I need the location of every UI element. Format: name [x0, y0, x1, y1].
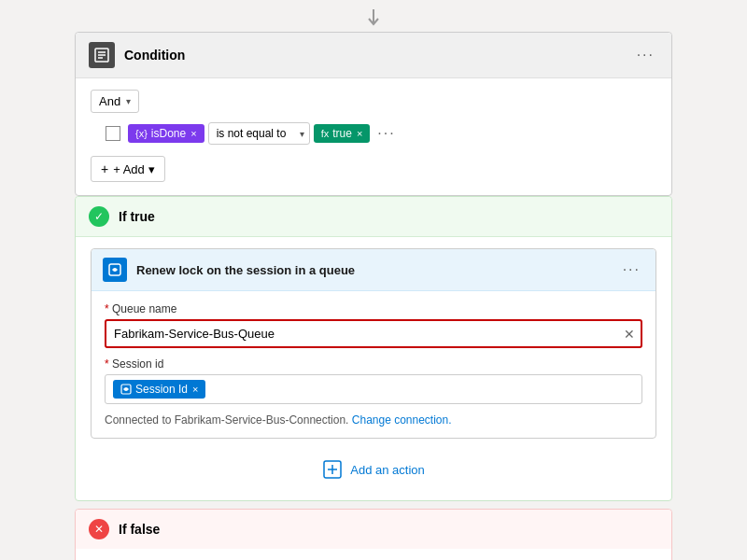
condition-icon — [89, 42, 115, 68]
plus-icon: + — [101, 161, 108, 176]
add-action-button-true[interactable]: Add an action — [91, 450, 656, 489]
condition-card: Condition ··· And ▾ {x} isDone × — [75, 32, 672, 196]
if-false-header: ✕ If false — [76, 510, 671, 549]
add-button[interactable]: + + Add ▾ — [91, 156, 165, 182]
condition-body: And ▾ {x} isDone × is not equal to is eq… — [76, 78, 671, 195]
action-card: Renew lock on the session in a queue ···… — [91, 248, 656, 439]
action-more-button[interactable]: ··· — [619, 261, 644, 278]
operator-select[interactable]: is not equal to is equal to is greater t… — [208, 122, 310, 145]
and-dropdown[interactable]: And ▾ — [91, 90, 139, 113]
if-true-header: ✓ If true — [76, 197, 671, 237]
session-id-tag[interactable]: Session Id × — [113, 380, 205, 399]
if-true-section: ✓ If true Renew lock on the session in — [75, 196, 672, 501]
tag-close-icon[interactable]: × — [357, 128, 362, 139]
condition-more-button[interactable]: ··· — [633, 47, 658, 63]
if-true-title: If true — [119, 209, 155, 224]
if-false-body: Add an action — [76, 549, 671, 560]
if-false-title: If false — [119, 522, 160, 537]
session-icon — [120, 384, 132, 395]
session-id-input[interactable]: Session Id × — [105, 374, 642, 404]
session-id-label: * Session id — [105, 357, 642, 371]
action-header: Renew lock on the session in a queue ··· — [92, 249, 655, 291]
if-false-section: ✕ If false Add an action — [75, 509, 672, 560]
chevron-down-icon: ▾ — [126, 96, 131, 106]
condition-row: {x} isDone × is not equal to is equal to… — [106, 122, 656, 145]
chevron-down-icon: ▾ — [148, 162, 155, 176]
connection-note: Connected to Fabrikam-Service-Bus-Connec… — [105, 413, 642, 427]
required-marker: * — [105, 302, 109, 315]
session-tag-close-icon[interactable]: × — [192, 384, 198, 395]
true-tag[interactable]: fx true × — [314, 124, 371, 143]
add-action-icon — [322, 459, 343, 480]
fx-icon: fx — [321, 128, 330, 139]
queue-name-label: * Queue name — [105, 302, 642, 315]
condition-title: Condition — [124, 48, 633, 63]
row-more-button[interactable]: ··· — [374, 125, 399, 142]
is-done-tag[interactable]: {x} isDone × — [128, 124, 204, 143]
action-body: * Queue name ✕ * Session id — [92, 291, 655, 438]
queue-name-input-wrapper: ✕ — [105, 319, 642, 348]
if-true-body: Renew lock on the session in a queue ···… — [76, 237, 671, 500]
add-action-label-true: Add an action — [350, 463, 425, 477]
connector-arrow — [366, 9, 381, 28]
change-connection-link[interactable]: Change connection. — [352, 413, 452, 427]
condition-header: Condition ··· — [76, 33, 671, 78]
required-marker: * — [105, 357, 109, 371]
queue-name-input[interactable] — [105, 319, 642, 348]
expression-icon: {x} — [135, 128, 148, 139]
service-bus-icon — [103, 258, 127, 282]
row-checkbox[interactable] — [106, 126, 120, 141]
check-icon: ✓ — [89, 206, 109, 227]
tag-close-icon[interactable]: × — [190, 128, 196, 139]
action-title: Renew lock on the session in a queue — [136, 263, 619, 277]
operator-wrapper[interactable]: is not equal to is equal to is greater t… — [208, 122, 310, 145]
queue-name-clear-button[interactable]: ✕ — [624, 327, 635, 342]
x-icon: ✕ — [89, 519, 109, 539]
